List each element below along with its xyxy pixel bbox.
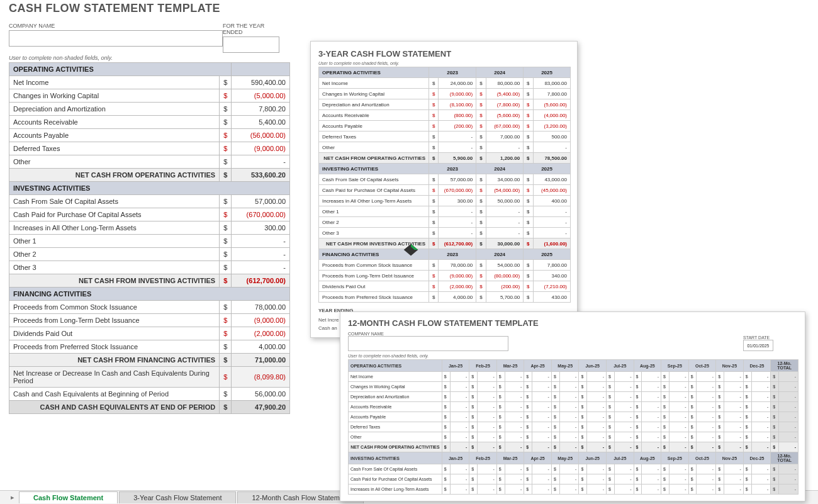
net-inv-row-3y: NET CASH FROM INVESTING ACTIVITIES $(612… [319,238,571,249]
cash-flow-statement-card: CASH FLOW STATEMENT TEMPLATE COMPANY NAM… [9,2,292,414]
table-row: Changes in Working Capital$(5,000.00) [9,89,290,103]
table-row: Dividends Paid Out$(2,000.00)$(200.00)$(… [319,281,571,292]
end-cash-row: CASH AND CASH EQUIVALENTS AT END OF PERI… [9,401,290,414]
table-row: Cash Paid for Purchase Of Capital Assets… [9,208,290,221]
table-row: Proceeds from Preferred Stock Issuance$4… [9,340,290,354]
sheet-nav-right-icon[interactable]: ▸ [6,491,19,505]
start-date-input[interactable]: 01/01/2025 [743,340,773,351]
table-row: Net Income$590,400.00 [9,76,290,89]
table-row: Other 2$-$-$- [319,217,571,228]
table-row: Accounts Payable$(200.00)$(67,000.00)$(3… [319,121,571,132]
table-row: Proceeds from Common Stock Issuance$78,0… [319,260,571,271]
table-row: Proceeds from Long-Term Debt Issuance$(9… [9,314,290,327]
table-row: Dividends Paid Out$(2,000.00) [9,327,290,340]
table-row: Depreciation and Amortization$(8,100.00)… [319,99,571,110]
company-name-input-12[interactable] [348,336,508,351]
three-year-note: User to complete non-shaded fields, only… [318,61,571,65]
company-name-label-12: COMPANY NAME [348,332,508,336]
operating-header: OPERATING ACTIVITIES [9,63,232,76]
table-row: Increases in All Other Long-Term Assets$… [9,221,290,235]
table-row: Cash From Sale Of Capital Assets$57,000.… [319,174,571,185]
year-ended-input[interactable] [223,36,279,53]
table-row: Depreciation and Amortization$-$-$-$-$-$… [349,392,798,402]
table-row: Proceeds from Long-Term Debt Issuance$(9… [319,271,571,281]
table-row: Other 1$- [9,235,290,248]
company-name-label: COMPANY NAME [9,23,223,30]
table-row: Increases in All Other Long-Term Assets$… [319,196,571,206]
net-op-row-3y: NET CASH FROM OPERATING ACTIVITIES $5,90… [319,153,571,164]
tab-three-year[interactable]: 3-Year Cash Flow Statement [119,491,236,503]
page-title: CASH FLOW STATEMENT TEMPLATE [9,2,292,15]
twelve-month-title: 12-MONTH CASH FLOW STATEMENT TEMPLATE [348,318,798,328]
table-row: Accounts Payable$-$-$-$-$-$-$-$-$-$-$-$-… [349,412,798,422]
table-row: Other$-$-$- [319,142,571,153]
table-row: Cash From Sale Of Capital Assets$57,000.… [9,195,290,208]
table-row: Accounts Payable$(56,000.00) [9,129,290,142]
company-name-input[interactable] [9,30,223,47]
table-row: Increases in All Other Long-Term Assets$… [349,484,798,495]
three-year-table: OPERATING ACTIVITIES 2023 2024 2025 Net … [318,67,571,303]
arrow-cycle-icon [401,240,420,259]
table-row: Changes in Working Capital$(9,000.00)$(5… [319,89,571,99]
net-operating-row: NET CASH FROM OPERATING ACTIVITIES$533,6… [9,169,290,182]
table-row: Other 3$-$-$- [319,228,571,238]
header-inputs: COMPANY NAME FOR THE YEAR ENDED [9,23,292,53]
table-row: Cash Paid for Purchase Of Capital Assets… [349,474,798,484]
twelve-month-note: User to complete non-shaded fields, only… [348,354,798,358]
investing-header: INVESTING ACTIVITIES [9,182,290,195]
table-row: Cash Paid for Purchase Of Capital Assets… [319,185,571,196]
table-row: Deferred Taxes$(9,000.00) [9,142,290,155]
table-row: Net Income$-$-$-$-$-$-$-$-$-$-$-$-$- [349,372,798,382]
table-row: Proceeds from Preferred Stock Issuance$4… [319,292,571,303]
table-row: Deferred Taxes$-$7,000.00$500.00 [319,132,571,142]
twelve-month-table: OPERATING ACTIVITIESJan-25Feb-25Mar-25Ap… [348,359,798,495]
table-row: Accounts Receivable$-$-$-$-$-$-$-$-$-$-$… [349,402,798,412]
completion-note: User to complete non-shaded fields, only… [9,55,292,61]
table-row: Other$-$-$-$-$-$-$-$-$-$-$-$-$- [349,432,798,442]
table-row: Accounts Receivable$(800.00)$(5,600.00)$… [319,110,571,121]
financing-header: FINANCING ACTIVITIES [9,288,290,301]
net-change-row: Net Increase or Decrease In Cash and Cas… [9,367,290,388]
table-row: Other 1$-$-$- [319,206,571,217]
year-ended-label: FOR THE YEAR ENDED [223,23,279,36]
net-financing-row: NET CASH FROM FINANCING ACTIVITIES$71,00… [9,354,290,367]
net-investing-row: NET CASH FROM INVESTING ACTIVITIES$(612,… [9,274,290,288]
table-row: Deferred Taxes$-$-$-$-$-$-$-$-$-$-$-$-$- [349,422,798,432]
twelve-month-card: 12-MONTH CASH FLOW STATEMENT TEMPLATE CO… [340,311,805,501]
start-date-label: START DATE [743,335,773,340]
table-row: Net Income$24,000.00$80,000.00$83,000.00 [319,78,571,89]
table-row: Accounts Receivable$5,400.00 [9,116,290,129]
table-row: Proceeds from Common Stock Issuance$78,0… [9,301,290,314]
begin-cash-row: Cash and Cash Equivalents at Beginning o… [9,388,290,401]
table-row: Cash From Sale Of Capital Assets$-$-$-$-… [349,464,798,474]
tab-cash-flow[interactable]: Cash Flow Statement [19,491,118,503]
cash-flow-table: OPERATING ACTIVITIES Net Income$590,400.… [9,62,290,414]
table-row: Depreciation and Amortization$7,800.20 [9,103,290,116]
table-row: Other 2$- [9,248,290,261]
three-year-title: 3-YEAR CASH FLOW STATEMENT [318,49,571,59]
three-year-card: 3-YEAR CASH FLOW STATEMENT User to compl… [310,41,578,338]
table-row: Changes in Working Capital$-$-$-$-$-$-$-… [349,382,798,392]
table-row: Other$- [9,155,290,169]
table-row: Other 3$- [9,261,290,274]
